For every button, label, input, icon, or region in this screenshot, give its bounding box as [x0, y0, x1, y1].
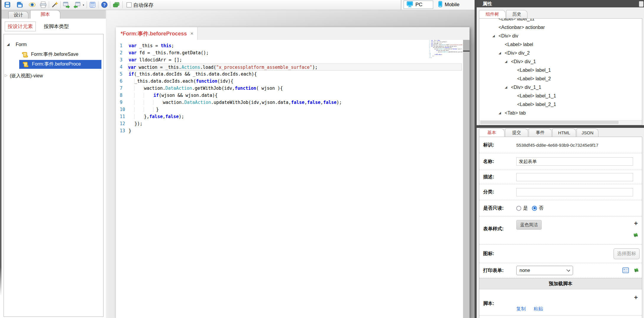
tab-history[interactable]: 历史	[506, 10, 528, 18]
code-line[interactable]: 2var fd = _this.form.getData();	[116, 49, 463, 56]
pc-toggle-button[interactable]: PC	[404, 1, 433, 9]
import-dropdown-caret[interactable]: ▾	[83, 4, 84, 6]
close-icon[interactable]: ×	[190, 31, 193, 37]
print-form-select[interactable]: none	[516, 266, 573, 275]
autosave-checkbox[interactable]	[127, 2, 132, 7]
scrollbar-thumb[interactable]	[480, 121, 619, 124]
code-line[interactable]: 11},false,false);	[116, 113, 463, 120]
help-icon[interactable]: ?	[101, 1, 108, 9]
collapse-arrow-icon[interactable]: ◢	[7, 42, 9, 46]
folders-icon[interactable]	[112, 1, 120, 9]
component-tree-item[interactable]: <Label> label_2_1	[479, 101, 642, 109]
editor-tab[interactable]: *Form:事件.beforeProcess ×	[116, 27, 198, 40]
tree-horizontal-scrollbar[interactable]	[480, 120, 642, 125]
collapse-arrow-icon[interactable]: ◢	[505, 85, 507, 89]
tree-item[interactable]: ◢Form	[4, 41, 103, 50]
mobile-label: Mobile	[445, 2, 459, 8]
code-line[interactable]: 8if(wjson && wjson.data){	[116, 92, 463, 99]
preview-icon[interactable]	[28, 1, 36, 9]
copy-link[interactable]: 复制	[516, 306, 526, 311]
description-field[interactable]	[516, 173, 633, 181]
add-script-button[interactable]: +	[634, 295, 638, 300]
code-lines: 1var _this = this;2var fd = _this.form.g…	[116, 42, 463, 134]
refresh-swap-icon[interactable]	[633, 232, 638, 239]
save-icon[interactable]	[4, 1, 11, 9]
tab-events[interactable]: 事件	[529, 128, 552, 137]
category-field[interactable]	[516, 188, 633, 196]
tab-html[interactable]: HTML	[552, 128, 576, 137]
tree-item[interactable]: Form:事件.beforeProce	[4, 60, 103, 69]
indent-guide	[135, 86, 144, 91]
form-list-icon[interactable]	[89, 1, 96, 9]
code-line[interactable]: 5if(_this.data.docIds && _this.data.docI…	[116, 71, 463, 78]
code-text: var waction = _this.Actions.load("x_proc…	[128, 63, 462, 71]
component-tree-item[interactable]: <Label> label_1	[479, 66, 642, 75]
properties-header: 属性	[477, 0, 644, 7]
pc-label: PC	[415, 2, 423, 8]
import-icon[interactable]	[73, 1, 81, 9]
code-line[interactable]: 10 }	[116, 106, 463, 113]
subtab-by-design-element[interactable]: 按设计元素	[5, 22, 36, 31]
scrollbar-thumb[interactable]	[463, 40, 470, 52]
name-field[interactable]	[516, 157, 633, 166]
code-editor[interactable]: 1var _this = this;2var fd = _this.form.g…	[116, 40, 463, 318]
editor-vertical-scrollbar[interactable]	[463, 40, 470, 318]
mobile-toggle-button[interactable]: Mobile	[436, 1, 472, 9]
tab-component-tree[interactable]: 组件树	[479, 10, 506, 18]
wand-icon[interactable]	[51, 1, 59, 9]
prop-row-name: 名称:	[479, 153, 642, 170]
code-line[interactable]: 9waction.DataAction.updateWithJob(idv,wj…	[116, 99, 463, 106]
component-tree-item[interactable]: <Label> label	[479, 41, 642, 49]
add-style-button[interactable]: +	[634, 221, 638, 226]
component-tree-item[interactable]: <Label> label_1_1	[479, 92, 642, 101]
paste-link[interactable]: 粘贴	[533, 306, 543, 311]
form-style-chip[interactable]: 蓝色简洁	[516, 220, 542, 230]
radio-no[interactable]	[532, 206, 537, 211]
component-tree-item[interactable]: ◢<Tab> tab	[479, 109, 642, 118]
line-number: 10	[120, 106, 125, 113]
component-tree-item[interactable]: ◢<Div> div_1	[479, 58, 642, 66]
choose-icon-button[interactable]: 选择图标	[614, 248, 640, 259]
component-tree-item[interactable]: <Label> label_2	[479, 75, 642, 84]
component-tree-item[interactable]: ◢<Div> div_2	[479, 49, 642, 58]
export-icon[interactable]	[62, 1, 70, 9]
code-line[interactable]: 1var _this = this;	[116, 42, 463, 49]
right-panel-splitter[interactable]	[477, 125, 644, 128]
code-line[interactable]: 4var waction = _this.Actions.load("x_pro…	[116, 63, 463, 71]
component-tree-item[interactable]: ◢<Div> div_1_1	[479, 84, 642, 92]
code-line[interactable]: 7waction.DataAction.getWithJob(idv,funct…	[116, 85, 463, 92]
form-picker-icon[interactable]	[622, 268, 629, 275]
save-as-icon[interactable]	[16, 1, 24, 9]
print-icon[interactable]	[39, 1, 47, 9]
tab-basic[interactable]: 基本	[479, 128, 504, 137]
expand-arrow-icon[interactable]: ▷	[5, 73, 7, 77]
tab-submit[interactable]: 提交	[505, 128, 528, 137]
script-label: 脚本:	[483, 301, 516, 307]
tree-item[interactable]: ▷(嵌入视图)-view	[4, 72, 103, 81]
prop-row-script: 脚本: + 复制 粘贴	[479, 289, 642, 316]
collapse-arrow-icon[interactable]: ◢	[492, 34, 495, 38]
tab-design[interactable]: 设计	[8, 11, 28, 19]
panel-collapse-icon[interactable]	[639, 1, 643, 7]
collapse-arrow-icon[interactable]: ◢	[499, 111, 501, 115]
code-line[interactable]: 3var lldocidArr = [];	[116, 56, 463, 63]
collapse-arrow-icon[interactable]: ◢	[505, 60, 507, 63]
collapse-arrow-icon[interactable]: ◢	[499, 51, 501, 55]
radio-yes[interactable]	[516, 206, 521, 211]
component-tree-item[interactable]: <Label> label_11	[479, 18, 642, 24]
tab-script[interactable]: 脚本	[30, 10, 60, 19]
panel-splitter[interactable]	[475, 0, 477, 318]
subtab-by-script-type[interactable]: 按脚本类型	[44, 23, 69, 30]
component-tree-item[interactable]: <Actionbar> actionbar	[479, 24, 642, 32]
component-tree-label: <Label> label_11	[499, 18, 535, 22]
properties-panel: 属性 组件树 历史 <Label> label_11<Actionbar> ac…	[477, 0, 644, 318]
line-number: 7	[120, 85, 122, 92]
code-line[interactable]: 6_this.data.docIds.each(function(idv){	[116, 78, 463, 85]
tree-item[interactable]: Form:事件.beforeSave	[4, 50, 103, 59]
code-line[interactable]: 13}	[116, 127, 463, 134]
code-line[interactable]: 12});	[116, 120, 463, 127]
tab-json[interactable]: JSON	[577, 128, 598, 137]
component-tree-item[interactable]: ◢<Div> div	[479, 32, 642, 41]
left-tabstrip: 设计 脚本	[0, 10, 106, 19]
refresh-swap-icon[interactable]	[634, 268, 639, 274]
